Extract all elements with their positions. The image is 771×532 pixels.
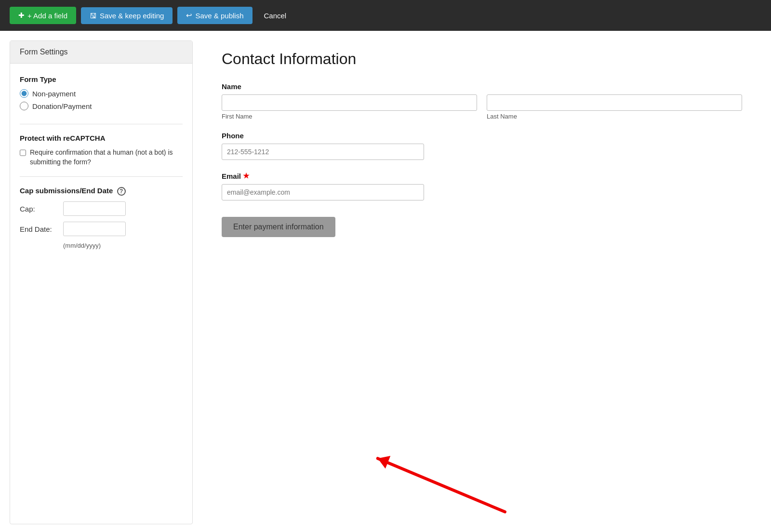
left-panel: Form Settings Form Type Non-payment Dona… [10,40,193,524]
right-panel: Contact Information Name First Name Last… [193,31,771,532]
radio-non-payment-input[interactable] [20,89,28,98]
form-type-title: Form Type [20,75,183,83]
phone-field-label: Phone [222,132,742,140]
radio-non-payment-label: Non-payment [32,90,76,98]
phone-label-text: Phone [222,132,244,140]
svg-marker-1 [378,456,390,468]
panel-header: Form Settings [10,41,192,64]
email-field-group: Email ★ [222,172,742,200]
email-label-text: Email [222,172,241,180]
cap-row: Cap: [20,201,183,216]
cap-end-date-title-text: Cap submissions/End Date [20,186,113,195]
save-keep-editing-button[interactable]: 🖫 Save & keep editing [81,7,173,24]
plus-icon: ✚ [18,11,25,20]
reply-icon: ↩ [186,11,192,20]
recaptcha-title: Protect with reCAPTCHA [20,134,183,142]
form-title: Contact Information [222,50,742,68]
last-name-field: Last Name [487,94,742,120]
save-publish-button[interactable]: ↩ Save & publish [177,7,252,24]
phone-input[interactable] [222,144,424,160]
form-type-section: Form Type Non-payment Donation/Payment [20,75,183,124]
toolbar: ✚ + Add a field 🖫 Save & keep editing ↩ … [0,0,771,31]
name-field-group: Name First Name Last Name [222,82,742,120]
enter-payment-button[interactable]: Enter payment information [222,217,335,237]
end-date-row: End Date: [20,222,183,236]
cancel-button[interactable]: Cancel [257,7,293,24]
end-date-input[interactable] [63,222,126,236]
last-name-input[interactable] [487,94,742,111]
radio-donation-input[interactable] [20,102,28,110]
recaptcha-checkbox[interactable] [20,149,26,157]
radio-non-payment[interactable]: Non-payment [20,89,183,98]
add-field-button[interactable]: ✚ + Add a field [10,7,76,24]
main-content: Form Settings Form Type Non-payment Dona… [0,31,771,532]
arrow-annotation [347,428,520,519]
radio-donation-label: Donation/Payment [32,102,92,110]
recaptcha-label: Require confirmation that a human (not a… [30,148,183,167]
svg-line-0 [378,458,505,512]
cap-end-date-title: Cap submissions/End Date ? [20,186,183,196]
first-name-sub-label: First Name [222,113,477,120]
last-name-sub-label: Last Name [487,113,742,120]
save-keep-label: Save & keep editing [100,12,164,20]
payment-button-label: Enter payment information [233,223,324,231]
end-date-label: End Date: [20,225,58,233]
first-name-input[interactable] [222,94,477,111]
cap-input[interactable] [63,201,126,216]
panel-body: Form Type Non-payment Donation/Payment P… [10,64,192,280]
first-name-field: First Name [222,94,477,120]
help-icon[interactable]: ? [117,187,126,196]
cap-label: Cap: [20,205,58,213]
date-format-hint: (mm/dd/yyyy) [63,242,183,249]
save-publish-label: Save & publish [195,12,243,20]
email-input[interactable] [222,184,424,200]
name-label-text: Name [222,82,241,91]
recaptcha-checkbox-option[interactable]: Require confirmation that a human (not a… [20,148,183,167]
required-star: ★ [243,172,249,180]
add-field-label: + Add a field [27,12,67,20]
save-icon: 🖫 [90,12,97,20]
radio-donation-payment[interactable]: Donation/Payment [20,102,183,110]
recaptcha-section: Protect with reCAPTCHA Require confirmat… [20,134,183,177]
name-row: First Name Last Name [222,94,742,120]
phone-field-group: Phone [222,132,742,160]
email-field-label: Email ★ [222,172,742,180]
cancel-label: Cancel [264,12,287,20]
name-field-label: Name [222,82,742,91]
cap-end-date-section: Cap submissions/End Date ? Cap: End Date… [20,186,183,259]
panel-header-label: Form Settings [20,48,68,56]
